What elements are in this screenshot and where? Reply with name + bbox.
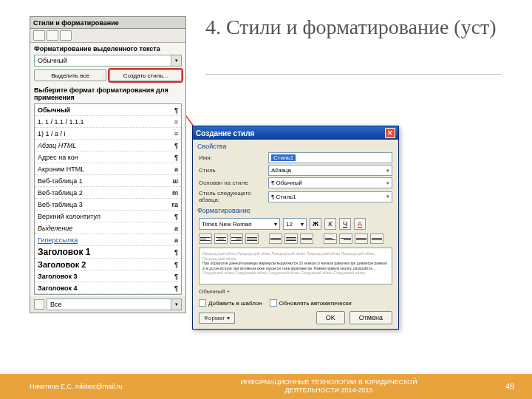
list-styles-icon[interactable] — [60, 30, 72, 41]
paragraph-icon: ¶ — [174, 248, 178, 256]
slide-footer: Никитина Е.С. nikitiec@mail.ru ИНФОРМАЦИ… — [0, 374, 532, 399]
preview-area: Предыдущий абзац Предыдущий абзац Предыд… — [199, 248, 392, 284]
chevron-down-icon: ▾ — [386, 180, 389, 186]
name-label: Имя: — [199, 154, 265, 161]
list-item[interactable]: Выделениеa — [35, 222, 181, 234]
align-center-button[interactable] — [214, 233, 228, 244]
line-spacing-15-button[interactable] — [284, 233, 298, 244]
list-item[interactable]: Заголовок 3¶ — [35, 270, 181, 282]
chevron-down-icon: ▾ — [386, 194, 389, 200]
create-style-dialog: Создание стиля ✕ Свойства Имя: Стиль1 Ст… — [192, 126, 399, 330]
spacing-before-button[interactable] — [355, 233, 368, 244]
paragraph-icon: ¶ — [174, 213, 178, 220]
chevron-down-icon: ▾ — [274, 221, 277, 228]
line-spacing-2-button[interactable] — [300, 233, 313, 244]
title-underline — [205, 74, 501, 75]
line-spacing-1-button[interactable] — [269, 233, 282, 244]
paragraph-icon: ¶ — [174, 142, 178, 149]
next-style-combo[interactable]: ¶ Стиль1▾ — [268, 191, 392, 202]
list-item[interactable]: Гиперссылкаa — [35, 234, 181, 246]
indent-increase-button[interactable] — [339, 233, 352, 244]
chevron-down-icon: ▾ — [386, 168, 389, 174]
ok-button[interactable]: OK — [316, 311, 345, 324]
type-label: Стиль — [199, 167, 265, 174]
based-on-combo[interactable]: ¶ Обычный▾ — [268, 177, 392, 188]
list-item[interactable]: Адрес на кон¶ — [35, 151, 181, 163]
font-color-button[interactable]: A — [354, 218, 366, 230]
slide-title: 4. Стили и форматирование (уст) — [205, 15, 497, 40]
paragraph-icon: ¶ — [174, 284, 178, 292]
list-icon: ≡ — [174, 118, 178, 126]
footer-author: Никитина Е.С. nikitiec@mail.ru — [0, 383, 170, 390]
chevron-down-icon: ▾ — [171, 299, 181, 310]
format-dropdown-button[interactable]: Формат▾ — [199, 313, 235, 324]
char-icon: a — [174, 225, 178, 232]
list-item[interactable]: Акроним HTMLa — [35, 163, 181, 175]
paragraph-icon: ¶ — [174, 261, 178, 268]
indent-decrease-button[interactable] — [324, 233, 337, 244]
chevron-down-icon: ▾ — [227, 315, 230, 321]
add-to-template-checkbox[interactable]: Добавить в шаблон — [199, 299, 262, 307]
align-left-button[interactable] — [199, 233, 212, 244]
based-on-label: Основан на стиле — [199, 180, 265, 186]
paragraph-icon: ¶ — [174, 273, 178, 280]
properties-group-label: Свойства — [193, 140, 398, 151]
next-style-label: Стиль следующего абзаца: — [199, 190, 265, 203]
select-all-button[interactable]: Выделить все — [34, 69, 106, 81]
format-selection-label: Форматирование выделенного текста — [30, 43, 185, 53]
paragraph-icon: ¶ — [174, 106, 178, 114]
char-icon: a — [174, 166, 178, 173]
list-item[interactable]: Верхний колонтитул¶ — [35, 211, 181, 222]
paragraph-styles-icon[interactable] — [33, 30, 45, 41]
page-number: 49 — [488, 382, 532, 391]
list-item[interactable]: Заголовок 4¶ — [35, 282, 181, 294]
align-right-button[interactable] — [230, 233, 243, 244]
char-icon: a — [174, 236, 178, 244]
style-list[interactable]: Обычный¶ 1. 1 / 1.1 / 1.1.1≡ 1) 1 / a / … — [34, 103, 182, 295]
footer-course: ИНФОРМАЦИОННЫЕ ТЕХНОЛОГИИ В ЮРИДИЧЕСКОЙ … — [170, 378, 488, 395]
panel-toolbar — [30, 29, 185, 43]
list-item[interactable]: 1) 1 / a / i≡ — [35, 128, 181, 140]
chevron-down-icon: ▾ — [171, 55, 181, 66]
list-item[interactable]: Веб-таблица 1ш — [35, 175, 181, 187]
checkbox-icon — [199, 299, 206, 307]
pick-format-label: Выберите формат форматирования для приме… — [30, 84, 185, 102]
cancel-button[interactable]: Отмена — [349, 311, 392, 324]
auto-update-checkbox[interactable]: Обновлять автоматически — [270, 299, 352, 307]
table-icon: m — [172, 189, 178, 197]
style-type-combo[interactable]: Абзаца▾ — [268, 165, 392, 176]
underline-button[interactable]: Ч — [339, 218, 351, 230]
style-name-input[interactable]: Стиль1 — [268, 152, 392, 163]
chevron-down-icon: ▾ — [301, 221, 304, 228]
list-item[interactable]: Заголовок 2¶ — [35, 259, 181, 270]
list-icon: ≡ — [174, 130, 178, 137]
dialog-title: Создание стиля — [196, 129, 254, 137]
paragraph-icon: ¶ — [174, 154, 178, 161]
list-item[interactable]: 1. 1 / 1.1 / 1.1.1≡ — [35, 116, 181, 128]
font-name-combo[interactable]: Times New Roman▾ — [199, 218, 280, 230]
list-item[interactable]: Веб-таблица 2m — [35, 187, 181, 199]
current-style-value: Обычный — [38, 57, 67, 64]
table-icon: ш — [172, 177, 178, 185]
align-justify-button[interactable] — [245, 233, 259, 244]
styles-and-formatting-panel: Стили и форматирование Форматирование вы… — [30, 16, 186, 313]
close-icon[interactable]: ✕ — [385, 128, 395, 138]
current-style-combo[interactable]: Обычный ▾ — [34, 55, 182, 66]
dialog-titlebar[interactable]: Создание стиля ✕ — [193, 126, 398, 140]
italic-button[interactable]: К — [324, 218, 336, 230]
show-filter-combo[interactable]: Все ▾ — [47, 299, 182, 310]
spacing-after-button[interactable] — [370, 233, 383, 244]
bold-button[interactable]: Ж — [310, 218, 321, 230]
table-icon: ra — [171, 201, 178, 208]
filter-icon[interactable] — [34, 299, 44, 310]
panel-titlebar: Стили и форматирование — [30, 17, 185, 29]
filter-value: Все — [50, 301, 62, 308]
list-item[interactable]: Абзац HTML¶ — [35, 140, 181, 151]
list-item[interactable]: Обычный¶ — [35, 104, 181, 116]
create-style-button[interactable]: Создать стиль... — [109, 69, 182, 81]
checkbox-icon — [270, 299, 277, 307]
list-item[interactable]: Веб-таблица 3ra — [35, 199, 181, 211]
font-size-combo[interactable]: 12▾ — [283, 218, 307, 230]
list-item[interactable]: Заголовок 1¶ — [35, 246, 181, 259]
char-styles-icon[interactable] — [47, 30, 58, 41]
